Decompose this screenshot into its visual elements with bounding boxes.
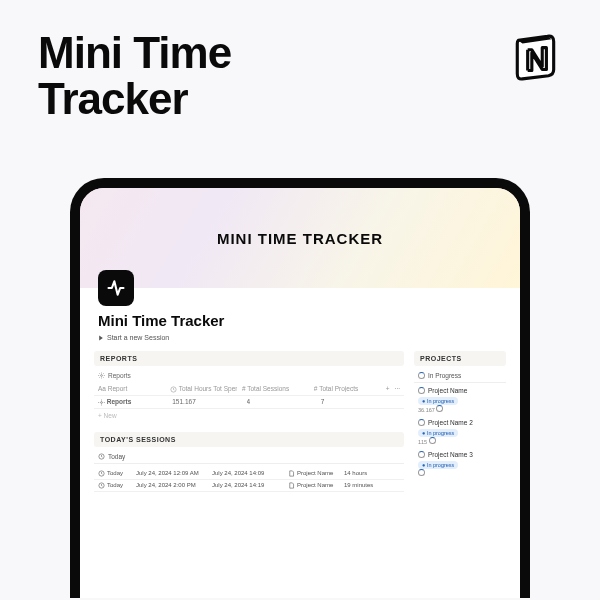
file-icon [288, 470, 295, 477]
play-icon [98, 335, 104, 341]
clock-icon [98, 453, 105, 460]
progress-ring-icon [418, 469, 425, 476]
reports-table-row[interactable]: Reports 151.167 4 7 [94, 396, 404, 409]
reports-table-header: Aa Report Total Hours Tot Spent # Total … [94, 383, 404, 396]
tablet-frame: MINI TIME TRACKER Mini Time Tracker Star… [70, 178, 530, 598]
progress-ring-icon [418, 451, 425, 458]
col-projects: # Total Projects [314, 385, 381, 392]
tab-label: In Progress [428, 372, 461, 379]
tab-label: Today [108, 453, 125, 460]
session-row[interactable]: Today July 24, 2024 12:09 AM July 24, 20… [94, 468, 404, 480]
gear-icon [98, 399, 105, 406]
hero-line-2: Tracker [38, 76, 231, 122]
status-badge: ● In progress [418, 397, 458, 405]
page-icon[interactable] [98, 270, 134, 306]
col-hours: Total Hours Tot Spent [170, 385, 237, 393]
progress-ring-icon [418, 372, 425, 379]
cover-title: MINI TIME TRACKER [217, 230, 383, 247]
add-column-button[interactable]: + [386, 385, 390, 392]
notion-logo-icon [510, 30, 562, 82]
status-badge: ● In progress [418, 461, 458, 469]
col-sessions: # Total Sessions [242, 385, 309, 392]
project-card[interactable]: Project Name 3 ● In progress [414, 451, 506, 477]
cell-hours: 151.167 [172, 398, 241, 405]
gear-icon [98, 372, 105, 379]
status-badge: ● In progress [418, 429, 458, 437]
progress-ring-icon [418, 419, 425, 426]
sessions-tab-today[interactable]: Today [94, 453, 404, 464]
reports-toggle-label: Reports [108, 372, 131, 379]
progress-ring-icon [436, 405, 443, 412]
progress-ring-icon [429, 437, 436, 444]
cell-projects: 7 [321, 398, 390, 405]
session-row[interactable]: Today July 24, 2024 2:00 PM July 24, 202… [94, 480, 404, 492]
projects-tab-inprogress[interactable]: In Progress [414, 372, 506, 383]
reports-view-toggle[interactable]: Reports [94, 372, 404, 379]
start-session-label: Start a new Session [107, 334, 169, 341]
col-report: Aa Report [98, 385, 165, 392]
svg-point-0 [101, 375, 103, 377]
more-columns-button[interactable]: ··· [395, 385, 400, 392]
reports-heading: REPORTS [94, 351, 404, 366]
clock-icon [98, 482, 105, 489]
cell-name: Reports [98, 398, 167, 406]
start-session-button[interactable]: Start a new Session [98, 334, 506, 341]
hero-title: Mini Time Tracker [38, 30, 231, 122]
activity-icon [106, 278, 126, 298]
clock-icon [170, 386, 177, 393]
file-icon [288, 482, 295, 489]
svg-point-2 [101, 401, 103, 403]
project-card[interactable]: Project Name 2 ● In progress 115 [414, 419, 506, 445]
hero-line-1: Mini Time [38, 30, 231, 76]
cell-sessions: 4 [247, 398, 316, 405]
projects-heading: PROJECTS [414, 351, 506, 366]
project-card[interactable]: Project Name ● In progress 36.167 [414, 387, 506, 413]
clock-icon [98, 470, 105, 477]
new-report-button[interactable]: + New [94, 409, 404, 422]
progress-ring-icon [418, 387, 425, 394]
page-title: Mini Time Tracker [98, 312, 506, 329]
sessions-heading: TODAY'S SESSIONS [94, 432, 404, 447]
